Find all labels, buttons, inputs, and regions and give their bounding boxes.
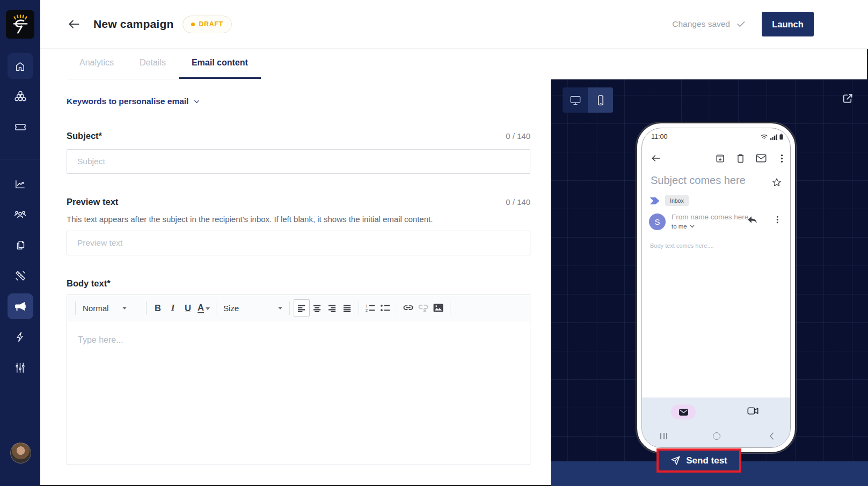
android-nav-bar bbox=[642, 432, 790, 440]
tab-email-content[interactable]: Email content bbox=[179, 48, 261, 79]
device-toggle bbox=[563, 87, 613, 113]
sidebar-item-templates[interactable] bbox=[8, 232, 33, 258]
underline-button[interactable]: U bbox=[180, 300, 195, 316]
sidebar-item-home[interactable] bbox=[8, 53, 33, 79]
sidebar-item-automations[interactable] bbox=[8, 324, 33, 350]
email-content-form: Keywords to personalise email Subject* 0… bbox=[67, 79, 530, 486]
caret-down-icon bbox=[278, 307, 282, 310]
unlink-icon bbox=[418, 304, 429, 313]
insert-image-button[interactable] bbox=[431, 300, 446, 316]
subject-input[interactable] bbox=[67, 149, 530, 174]
phone-status-bar: 11:00 bbox=[651, 133, 783, 141]
back-chevron-icon bbox=[769, 432, 774, 440]
autosave-status: Changes saved bbox=[672, 19, 746, 30]
ordered-list-icon: 1 2 bbox=[365, 304, 375, 312]
preview-text-input[interactable] bbox=[67, 231, 530, 255]
mobile-preview-button[interactable] bbox=[588, 87, 613, 113]
sidebar-item-analytics[interactable] bbox=[8, 171, 33, 197]
preview-label-row: Preview text 0 / 140 bbox=[67, 197, 530, 207]
preview-label: Preview text bbox=[67, 197, 118, 207]
desktop-preview-button[interactable] bbox=[563, 87, 588, 113]
subject-label-row: Subject* 0 / 140 bbox=[67, 131, 530, 141]
phone-status-icons bbox=[760, 134, 783, 140]
mail-app-button bbox=[671, 404, 696, 419]
sidebar-item-design[interactable] bbox=[8, 263, 33, 289]
sidebar-item-audiences[interactable] bbox=[8, 84, 33, 109]
video-camera-icon bbox=[747, 407, 758, 415]
bullet-list-button[interactable] bbox=[378, 300, 393, 316]
keywords-toggle[interactable]: Keywords to personalise email bbox=[67, 97, 201, 106]
ordered-list-button[interactable]: 1 2 bbox=[363, 300, 378, 316]
recipient-row: to me bbox=[672, 223, 695, 230]
launch-button[interactable]: Launch bbox=[762, 12, 814, 36]
send-test-button[interactable]: Send test bbox=[657, 448, 741, 473]
sidebar-item-campaigns[interactable] bbox=[8, 293, 33, 319]
keywords-label: Keywords to personalise email bbox=[67, 97, 188, 106]
home-circle-icon bbox=[713, 432, 720, 440]
pencil-ruler-icon bbox=[14, 269, 27, 282]
preview-counter: 0 / 140 bbox=[506, 197, 530, 207]
megaphone-icon bbox=[14, 300, 27, 313]
align-left-button[interactable] bbox=[294, 299, 310, 316]
tab-analytics[interactable]: Analytics bbox=[67, 48, 127, 79]
draft-dot bbox=[191, 23, 195, 26]
video-app-button bbox=[747, 407, 758, 415]
caret-down-icon bbox=[206, 307, 210, 310]
svg-text:2: 2 bbox=[366, 308, 368, 312]
sidebar-item-contacts[interactable] bbox=[8, 202, 33, 227]
caret-down-icon bbox=[122, 307, 127, 310]
back-arrow-icon bbox=[67, 17, 81, 31]
trash-icon bbox=[736, 153, 745, 164]
brand-logo[interactable] bbox=[6, 10, 34, 39]
sliders-icon bbox=[14, 362, 26, 374]
sidebar-divider bbox=[0, 159, 40, 159]
mail-icon bbox=[679, 409, 688, 416]
sender-avatar: S bbox=[649, 213, 666, 230]
text-color-letter: A bbox=[198, 303, 204, 314]
sidebar-nav bbox=[0, 53, 40, 385]
circles-cluster-icon bbox=[14, 90, 27, 103]
chevron-down-icon bbox=[193, 98, 201, 106]
back-button[interactable] bbox=[67, 17, 81, 31]
align-right-button[interactable] bbox=[325, 300, 340, 316]
mail-icon bbox=[756, 154, 767, 163]
external-link-icon bbox=[842, 92, 854, 105]
recents-icon bbox=[660, 433, 667, 439]
kebab-menu-icon bbox=[776, 215, 779, 224]
sidebar-item-tickets[interactable] bbox=[8, 114, 33, 140]
user-avatar[interactable] bbox=[10, 443, 31, 463]
text-color-button[interactable]: A bbox=[195, 303, 212, 314]
justify-icon bbox=[342, 304, 352, 312]
font-size-select[interactable]: Size bbox=[220, 304, 286, 313]
draft-label: DRAFT bbox=[199, 20, 223, 28]
align-center-button[interactable] bbox=[310, 300, 325, 316]
align-right-icon bbox=[327, 304, 337, 312]
bullet-list-icon bbox=[380, 304, 390, 312]
paper-plane-icon bbox=[670, 455, 681, 466]
phone-sender-row: S From name comes here to me bbox=[649, 213, 784, 234]
paragraph-format-select[interactable]: Normal bbox=[79, 304, 142, 313]
to-me-label: to me bbox=[672, 223, 687, 230]
insert-link-button[interactable] bbox=[401, 300, 416, 316]
link-icon bbox=[403, 304, 414, 312]
italic-button[interactable]: I bbox=[165, 300, 180, 316]
sender-name: From name comes here bbox=[672, 213, 748, 221]
phone-email-subject: Subject comes here bbox=[651, 174, 746, 187]
phone-body-preview: Body text comes here.... bbox=[650, 242, 714, 249]
body-text-area[interactable]: Type here... bbox=[67, 321, 530, 465]
bold-button[interactable]: B bbox=[150, 300, 165, 316]
copy-pages-icon bbox=[14, 239, 26, 251]
signal-icon bbox=[770, 134, 777, 140]
home-icon bbox=[14, 60, 26, 72]
open-preview-external-button[interactable] bbox=[842, 92, 854, 105]
sidebar bbox=[0, 0, 40, 486]
status-badge: DRAFT bbox=[183, 16, 231, 33]
unlink-button[interactable] bbox=[416, 300, 431, 316]
align-left-icon bbox=[297, 304, 306, 312]
reply-icon bbox=[747, 215, 758, 224]
body-placeholder: Type here... bbox=[78, 335, 123, 344]
justify-button[interactable] bbox=[340, 300, 355, 316]
page-title: New campaign bbox=[93, 18, 173, 31]
tab-details[interactable]: Details bbox=[127, 48, 179, 79]
sidebar-item-settings[interactable] bbox=[8, 355, 33, 380]
